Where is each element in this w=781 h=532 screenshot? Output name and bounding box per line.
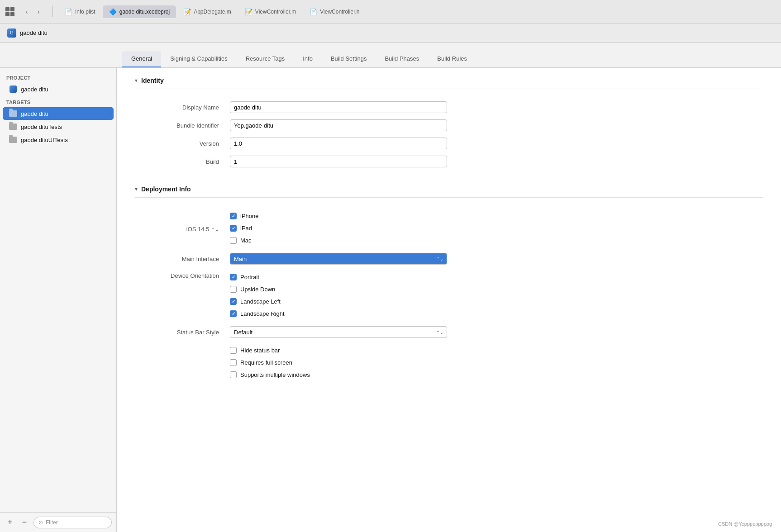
forward-button[interactable]: › <box>33 7 43 17</box>
build-label: Build <box>135 152 225 171</box>
tab-viewcontroller-h[interactable]: 📄 ViewController.h <box>303 5 366 18</box>
status-bar-options-empty-label <box>135 341 225 384</box>
sidebar-content: PROJECT gaode ditu TARGETS gaode ditu ga… <box>0 68 116 512</box>
requires-full-screen-row: Requires full screen <box>230 359 758 366</box>
orientation-group: Portrait Upside Down Landscape Left <box>230 271 758 320</box>
bundle-id-input[interactable] <box>230 119 447 131</box>
tab-build-phases[interactable]: Build Phases <box>376 51 428 67</box>
deployment-chevron[interactable]: ▾ <box>135 186 138 192</box>
appdelegate-icon: 📝 <box>183 8 191 15</box>
tab-signing[interactable]: Signing & Capabilities <box>161 51 236 67</box>
landscape-left-row: Landscape Left <box>230 298 758 305</box>
sidebar-item-project[interactable]: gaode ditu <box>3 83 114 95</box>
mac-checkbox[interactable] <box>230 237 237 244</box>
content-area: ▾ Identity Display Name Bundle Identifie… <box>117 68 781 532</box>
device-orientation-row: Device Orientation Portrait Upside Down <box>135 268 763 323</box>
target-tests-icon <box>9 123 17 131</box>
tab-build-settings[interactable]: Build Settings <box>322 51 376 67</box>
filter-box[interactable]: ⊙ Filter <box>33 517 112 528</box>
status-bar-options-row: Hide status bar Requires full screen Sup… <box>135 341 763 384</box>
tab-appdelegate-m[interactable]: 📝 AppDelegate.m <box>177 5 238 18</box>
version-input[interactable] <box>230 138 447 149</box>
status-bar-options-cell: Hide status bar Requires full screen Sup… <box>225 341 763 384</box>
device-orientation-cell: Portrait Upside Down Landscape Left <box>225 268 763 323</box>
requires-full-screen-checkbox[interactable] <box>230 359 237 366</box>
hide-status-bar-checkbox[interactable] <box>230 347 237 354</box>
build-cell <box>225 152 763 171</box>
main-interface-select[interactable]: Main <box>230 253 447 265</box>
target-tests-label: gaode dituTests <box>21 124 62 130</box>
tab-info-plist[interactable]: 📄 Info.plist <box>58 5 102 18</box>
tab-appdelegate-label: AppDelegate.m <box>194 9 231 15</box>
display-name-row: Display Name <box>135 98 763 116</box>
back-button[interactable]: ‹ <box>22 7 32 17</box>
tab-viewcontroller-m[interactable]: 📝 ViewController.m <box>238 5 302 18</box>
target-gaode-ditu-label: gaode ditu <box>21 110 48 117</box>
identity-divider <box>135 178 763 178</box>
app-header: G gaode ditu <box>0 24 781 43</box>
tab-build-rules[interactable]: Build Rules <box>428 51 476 67</box>
ipad-checkbox[interactable] <box>230 225 237 232</box>
supports-multiple-windows-label: Supports multiple windows <box>240 371 310 378</box>
landscape-left-checkbox[interactable] <box>230 298 237 305</box>
watermark: CSDN @Yepppppppppg <box>718 521 772 527</box>
xcodeproj-icon: 🔷 <box>109 8 117 15</box>
viewcontroller-h-icon: 📄 <box>310 8 317 15</box>
status-bar-style-select[interactable]: Default Light Content Dark Content <box>230 326 447 338</box>
grid-icon[interactable] <box>5 7 14 16</box>
build-input[interactable] <box>230 156 447 167</box>
identity-chevron[interactable]: ▾ <box>135 77 138 84</box>
main-interface-cell: Main <box>225 250 763 268</box>
project-section-label: PROJECT <box>0 71 116 82</box>
filter-icon: ⊙ <box>38 519 43 526</box>
ios-version-label: iOS 14.5 ⌃⌄ <box>135 207 225 250</box>
remove-button[interactable]: − <box>19 517 30 528</box>
portrait-checkbox[interactable] <box>230 274 237 280</box>
filter-placeholder: Filter <box>46 519 58 526</box>
tab-general[interactable]: General <box>122 51 161 67</box>
iphone-checkbox[interactable] <box>230 213 237 219</box>
version-cell <box>225 134 763 152</box>
devices-group: iPhone iPad Mac <box>230 210 758 247</box>
landscape-right-checkbox[interactable] <box>230 310 237 317</box>
identity-section-title: Identity <box>141 77 164 84</box>
tab-resource-tags[interactable]: Resource Tags <box>237 51 294 67</box>
sidebar-item-gaode-ditu-tests[interactable]: gaode dituTests <box>3 120 114 133</box>
status-bar-style-label: Status Bar Style <box>135 323 225 341</box>
add-button[interactable]: + <box>5 517 15 528</box>
upside-down-label: Upside Down <box>240 286 275 293</box>
viewcontroller-m-icon: 📝 <box>245 8 252 15</box>
titlebar: ‹ › 📄 Info.plist 🔷 gaode ditu.xcodeproj … <box>0 0 781 24</box>
deployment-section-title: Deployment Info <box>141 185 191 193</box>
landscape-right-label: Landscape Right <box>240 310 285 317</box>
tab-xcodeproj-label: gaode ditu.xcodeproj <box>119 9 170 15</box>
target-gaode-ditu-icon <box>9 109 17 118</box>
app-icon: G <box>7 28 16 38</box>
plist-icon: 📄 <box>65 8 72 15</box>
target-ui-tests-label: gaode dituUITests <box>21 137 68 143</box>
display-name-input[interactable] <box>230 101 447 113</box>
version-row: Version <box>135 134 763 152</box>
titlebar-tabs: 📄 Info.plist 🔷 gaode ditu.xcodeproj 📝 Ap… <box>58 5 776 18</box>
build-row: Build <box>135 152 763 171</box>
supports-multiple-windows-checkbox[interactable] <box>230 371 237 378</box>
hide-status-bar-label: Hide status bar <box>240 347 280 354</box>
requires-full-screen-label: Requires full screen <box>240 359 292 366</box>
tab-info[interactable]: Info <box>294 51 322 67</box>
sidebar-item-gaode-ditu-ui-tests[interactable]: gaode dituUITests <box>3 133 114 146</box>
display-name-cell <box>225 98 763 116</box>
ios-version-row: iOS 14.5 ⌃⌄ iPhone iPad <box>135 207 763 250</box>
sidebar-item-gaode-ditu[interactable]: gaode ditu <box>3 107 114 120</box>
project-icon <box>9 85 17 93</box>
sidebar-footer: + − ⊙ Filter <box>0 512 116 532</box>
version-label: Version <box>135 134 225 152</box>
ipad-label: iPad <box>240 225 252 232</box>
separator <box>52 6 53 17</box>
tab-info-plist-label: Info.plist <box>75 9 95 15</box>
tab-xcodeproj[interactable]: 🔷 gaode ditu.xcodeproj <box>103 5 176 18</box>
ios-arrows[interactable]: ⌃⌄ <box>211 227 219 232</box>
upside-down-checkbox[interactable] <box>230 286 237 293</box>
portrait-label: Portrait <box>240 274 259 280</box>
landscape-left-label: Landscape Left <box>240 298 281 305</box>
main-interface-select-wrapper: Main <box>230 253 447 265</box>
